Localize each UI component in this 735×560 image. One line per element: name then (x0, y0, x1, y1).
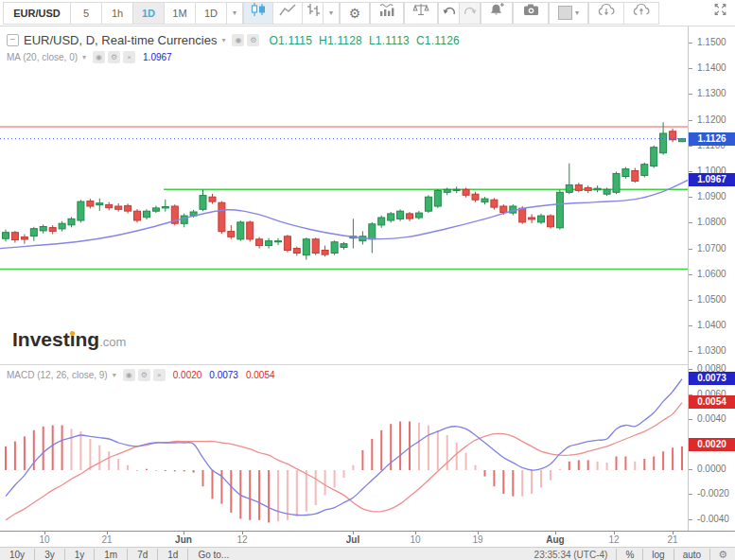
chart-title: EUR/USD, D, Real-time Currencies (24, 33, 217, 47)
visibility-eye-icon[interactable]: ◉ (232, 34, 244, 46)
symbol-button[interactable]: EUR/USD (3, 2, 71, 25)
candle-body (463, 189, 469, 195)
macd-histogram-bar (315, 470, 317, 505)
candle-body (491, 200, 498, 207)
candle-body (566, 184, 572, 192)
macd-caret-icon[interactable]: ▾ (113, 371, 116, 379)
collapse-pane-icon[interactable]: − (7, 34, 19, 46)
macd-pane[interactable]: MACD (12, 26, close, 9) ▾ ◉ ⚙ × 0.0020 0… (0, 364, 688, 532)
timeframe-button-5-0[interactable]: 5 (70, 2, 102, 25)
candle-body (378, 218, 385, 225)
redo-icon (463, 3, 478, 24)
range-button-7d[interactable]: 7d (127, 549, 157, 560)
compare-button[interactable] (404, 2, 438, 25)
range-button-1m[interactable]: 1m (94, 549, 127, 560)
line-chart-type-button[interactable] (272, 2, 303, 25)
camera-icon (522, 2, 540, 24)
candlestick-chart[interactable] (0, 26, 688, 364)
bottom-gear-icon[interactable]: ⚙ (709, 549, 735, 560)
goto-button[interactable]: Go to... (187, 549, 238, 560)
macd-value-badge: 0.0054 (689, 395, 735, 409)
macd-histogram-bar (418, 423, 420, 470)
chart-type-dropdown-caret-icon[interactable]: ▾ (323, 2, 340, 25)
range-button-1d[interactable]: 1d (157, 549, 187, 560)
ma-eye-icon[interactable]: ◉ (93, 51, 105, 63)
candle-body (11, 233, 18, 240)
screenshot-button[interactable] (513, 2, 549, 25)
title-caret-icon[interactable]: ▾ (221, 36, 225, 44)
macd-eye-icon[interactable]: ◉ (123, 369, 135, 381)
candlestick-chart-type-button[interactable] (243, 2, 273, 25)
macd-histogram-bar (606, 463, 608, 470)
macd-chart[interactable] (0, 365, 688, 532)
macd-histogram-bar (324, 470, 326, 495)
macd-histogram-bar (52, 426, 54, 471)
candle-body (585, 187, 591, 190)
candle-body (162, 207, 168, 208)
candle-body (219, 202, 225, 232)
log-scale-toggle[interactable]: log (642, 549, 673, 560)
fullscreen-button[interactable] (708, 2, 732, 25)
macd-histogram-bar (296, 470, 298, 516)
brand-orange-dot (70, 331, 75, 336)
timeframe-button-1h-1[interactable]: 1h (101, 2, 133, 25)
candle-body (660, 133, 667, 153)
timeframe-dropdown-caret-icon[interactable]: ▾ (226, 2, 243, 25)
ma-gear-icon[interactable]: ⚙ (108, 51, 120, 63)
chart-legend: − EUR/USD, D, Real-time Currencies ▾ ◉ ⚙… (7, 33, 466, 47)
candle-body (284, 236, 290, 251)
timeframe-button-1d-2[interactable]: 1D (132, 2, 165, 25)
range-button-1y[interactable]: 1y (64, 549, 95, 560)
time-axis-label: Jun (175, 534, 192, 545)
redo-button[interactable] (459, 2, 481, 25)
macd-histogram-bar (343, 470, 345, 478)
range-button-3y[interactable]: 3y (34, 549, 64, 560)
clock-display[interactable]: 23:35:34 (UTC-4) (526, 549, 617, 560)
background-color-button[interactable]: ▾ (549, 2, 588, 25)
time-axis-label: 21 (667, 534, 677, 545)
timeframe-button-1d-4[interactable]: 1D (195, 2, 227, 25)
macd-value-badge: 0.0073 (689, 372, 735, 385)
macd-line-value: 0.0073 (209, 370, 238, 380)
candle-body (40, 227, 46, 231)
load-layout-button[interactable] (588, 2, 624, 25)
bar-chart-type-button[interactable] (302, 2, 324, 25)
ma-caret-icon[interactable]: ▾ (82, 53, 86, 61)
save-layout-button[interactable] (623, 2, 659, 25)
candle-body (519, 208, 526, 222)
undo-button[interactable] (438, 2, 460, 25)
price-chart-pane[interactable]: − EUR/USD, D, Real-time Currencies ▾ ◉ ⚙… (0, 26, 688, 364)
percent-scale-toggle[interactable]: % (616, 549, 642, 560)
ma-close-icon[interactable]: × (123, 51, 135, 63)
time-axis[interactable]: 1021Jun12Jul1019Aug1221 (0, 531, 735, 547)
series-settings-gear-icon[interactable]: ⚙ (247, 34, 259, 46)
macd-close-icon[interactable]: × (153, 369, 166, 381)
macd-value-badge: 0.0020 (689, 438, 735, 451)
macd-histogram-bar (465, 453, 467, 471)
candle-body (604, 189, 610, 194)
macd-histogram-bar (597, 462, 599, 470)
candle-body (3, 233, 9, 239)
settings-button[interactable]: ⚙ (340, 2, 370, 25)
candle-body (125, 205, 131, 211)
macd-histogram-bar (155, 470, 157, 471)
candle-body (651, 148, 657, 166)
macd-histogram-bar (540, 470, 542, 488)
macd-gear-icon[interactable]: ⚙ (138, 369, 150, 381)
time-axis-label: 10 (39, 534, 49, 545)
candle-body (293, 249, 300, 254)
create-alert-button[interactable] (481, 2, 513, 25)
price-axis[interactable]: 1.15001.14001.13001.12001.11001.10001.09… (688, 26, 735, 546)
indicators-button[interactable] (370, 2, 404, 25)
candle-body (472, 194, 479, 200)
cloud-upload-icon (632, 2, 651, 24)
range-button-10y[interactable]: 10y (0, 549, 34, 560)
macd-histogram-bar (653, 457, 655, 471)
auto-scale-toggle[interactable]: auto (674, 549, 709, 560)
macd-histogram-bar (193, 470, 195, 473)
candlestick-icon (250, 2, 267, 24)
timeframe-button-1m-3[interactable]: 1M (164, 2, 196, 25)
price-axis-label: 1.0900 (697, 192, 726, 201)
macd-histogram-bar (184, 470, 185, 471)
ma-legend: MA (20, close, 0) ▾ ◉ ⚙ × 1.0967 (7, 51, 172, 63)
